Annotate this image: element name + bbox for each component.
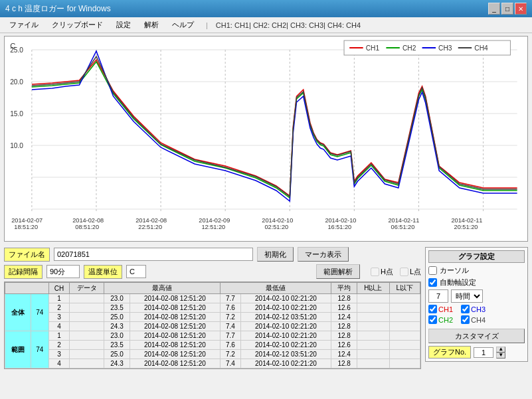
svg-text:CH2: CH2 bbox=[402, 44, 416, 52]
filename-input[interactable] bbox=[54, 248, 253, 261]
init-button[interactable]: 初期化 bbox=[257, 247, 294, 262]
section-count: 74 bbox=[31, 331, 48, 368]
ch3-check-label[interactable]: CH3 bbox=[461, 305, 486, 313]
ch4-check-label[interactable]: CH4 bbox=[461, 315, 486, 324]
row-maxval: 23.0 bbox=[104, 331, 130, 341]
svg-text:06:51:20: 06:51:20 bbox=[391, 224, 415, 230]
row-minval: 7.6 bbox=[221, 303, 241, 313]
row-maxval: 24.3 bbox=[104, 322, 130, 331]
lpoint-checkbox[interactable] bbox=[400, 268, 408, 276]
graph-no-input[interactable] bbox=[474, 347, 493, 358]
row-lbelow bbox=[389, 350, 420, 359]
section-label: 全体 bbox=[5, 294, 31, 331]
graph-no-label: グラフNo. bbox=[428, 346, 471, 359]
col-lbelow: L以下 bbox=[389, 283, 420, 294]
row-avg: 12.8 bbox=[331, 331, 357, 341]
row-avg: 12.8 bbox=[331, 322, 357, 331]
row-ch: 3 bbox=[48, 313, 69, 322]
svg-text:CH3: CH3 bbox=[438, 44, 452, 52]
time-input[interactable] bbox=[428, 289, 448, 303]
row-maxval: 25.0 bbox=[104, 350, 130, 359]
row-minval: 7.6 bbox=[221, 341, 241, 350]
col-ch: CH bbox=[48, 283, 69, 294]
row-minval: 7.7 bbox=[221, 331, 241, 341]
time-row: 時間 bbox=[428, 289, 525, 303]
svg-text:12:51:20: 12:51:20 bbox=[201, 224, 225, 230]
ch-checkboxes-row2: CH2 CH4 bbox=[428, 315, 525, 324]
interval-input[interactable] bbox=[46, 265, 80, 278]
svg-text:2014-02-10: 2014-02-10 bbox=[325, 217, 356, 224]
svg-text:2014-02-11: 2014-02-11 bbox=[452, 217, 483, 224]
row-ch: 4 bbox=[48, 322, 69, 331]
autoscale-label: 自動軸設定 bbox=[440, 278, 476, 287]
menu-settings[interactable]: 設定 bbox=[112, 19, 135, 31]
row-habove bbox=[357, 350, 390, 359]
lpoint-label[interactable]: L点 bbox=[400, 267, 421, 277]
window-controls[interactable]: _ □ ✕ bbox=[488, 3, 527, 15]
row-mindate: 2014-02-10 02:21:20 bbox=[240, 331, 331, 341]
row-habove bbox=[357, 331, 390, 341]
autoscale-checkbox[interactable] bbox=[428, 278, 437, 287]
menu-help[interactable]: ヘルプ bbox=[168, 19, 198, 31]
svg-rect-0 bbox=[5, 37, 527, 241]
row-ch: 1 bbox=[48, 331, 69, 341]
row-maxdate: 2014-02-08 12:51:20 bbox=[130, 341, 220, 350]
ch2-check-label[interactable]: CH2 bbox=[428, 315, 453, 324]
row-mindate: 2014-02-12 03:51:20 bbox=[240, 313, 331, 322]
maximize-button[interactable]: □ bbox=[501, 3, 513, 15]
unit-input[interactable] bbox=[126, 265, 146, 278]
hpoint-checkbox[interactable] bbox=[371, 268, 379, 276]
svg-text:2014-02-08: 2014-02-08 bbox=[135, 217, 167, 224]
hpoint-label[interactable]: H点 bbox=[371, 267, 393, 277]
close-button[interactable]: ✕ bbox=[515, 3, 527, 15]
ch3-checkbox[interactable] bbox=[461, 305, 470, 313]
row-mindate: 2014-02-10 02:21:20 bbox=[240, 359, 331, 368]
row-habove bbox=[357, 359, 390, 368]
ch4-checkbox[interactable] bbox=[461, 315, 470, 324]
cursor-row: カーソル bbox=[428, 266, 525, 276]
graph-no-spinner[interactable]: ▲ ▼ bbox=[496, 347, 505, 359]
menu-file[interactable]: ファイル bbox=[5, 19, 43, 31]
row-avg: 12.4 bbox=[331, 350, 357, 359]
time-unit-select[interactable]: 時間 bbox=[451, 289, 483, 303]
ch2-checkbox[interactable] bbox=[428, 315, 437, 324]
row-avg: 12.4 bbox=[331, 313, 357, 322]
marker-button[interactable]: マーカ表示 bbox=[298, 247, 349, 262]
row-avg: 12.8 bbox=[331, 359, 357, 368]
col-data: データ bbox=[70, 283, 104, 294]
svg-text:15.0: 15.0 bbox=[10, 110, 23, 118]
ch1-label: CH1 bbox=[438, 305, 453, 313]
channel-info: CH1: CH1| CH2: CH2| CH3: CH3| CH4: CH4 bbox=[216, 21, 361, 29]
unit-label: 温度単位 bbox=[84, 265, 122, 279]
row-mindate: 2014-02-10 02:21:20 bbox=[240, 322, 331, 331]
row-maxval: 23.5 bbox=[104, 303, 130, 313]
cursor-checkbox[interactable] bbox=[428, 266, 437, 275]
row-habove bbox=[357, 313, 390, 322]
col-avg: 平均 bbox=[331, 283, 357, 294]
svg-text:18:51:20: 18:51:20 bbox=[14, 224, 38, 230]
menu-bar: ファイル クリップボード 設定 解析 ヘルプ | CH1: CH1| CH2: … bbox=[0, 17, 532, 33]
row-data bbox=[70, 303, 104, 313]
filename-label: ファイル名 bbox=[4, 248, 50, 262]
col-max: 最高値 bbox=[104, 283, 221, 294]
ch1-check-label[interactable]: CH1 bbox=[428, 305, 453, 313]
controls-area: ファイル名 初期化 マーカ表示 記録間隔 温度単位 範囲解析 H点 L点 bbox=[0, 244, 532, 373]
interval-label: 記録間隔 bbox=[4, 265, 43, 279]
row-data bbox=[70, 350, 104, 359]
row-maxdate: 2014-02-08 12:51:20 bbox=[130, 313, 220, 322]
row-lbelow bbox=[389, 294, 420, 303]
range-button[interactable]: 範囲解析 bbox=[316, 264, 360, 279]
row-mindate: 2014-02-12 03:51:20 bbox=[240, 350, 331, 359]
row-maxval: 23.0 bbox=[104, 294, 130, 303]
row-lbelow bbox=[389, 313, 420, 322]
graph-no-down[interactable]: ▼ bbox=[496, 353, 505, 359]
hpoint-row: H点 L点 bbox=[371, 267, 421, 277]
col-section bbox=[5, 283, 49, 294]
menu-clipboard[interactable]: クリップボード bbox=[48, 19, 107, 31]
svg-text:16:51:20: 16:51:20 bbox=[328, 224, 352, 230]
menu-analysis[interactable]: 解析 bbox=[140, 19, 163, 31]
ch1-checkbox[interactable] bbox=[428, 305, 437, 313]
minimize-button[interactable]: _ bbox=[488, 3, 500, 15]
customize-button[interactable]: カスタマイズ bbox=[428, 329, 525, 343]
svg-text:10.0: 10.0 bbox=[10, 142, 23, 149]
